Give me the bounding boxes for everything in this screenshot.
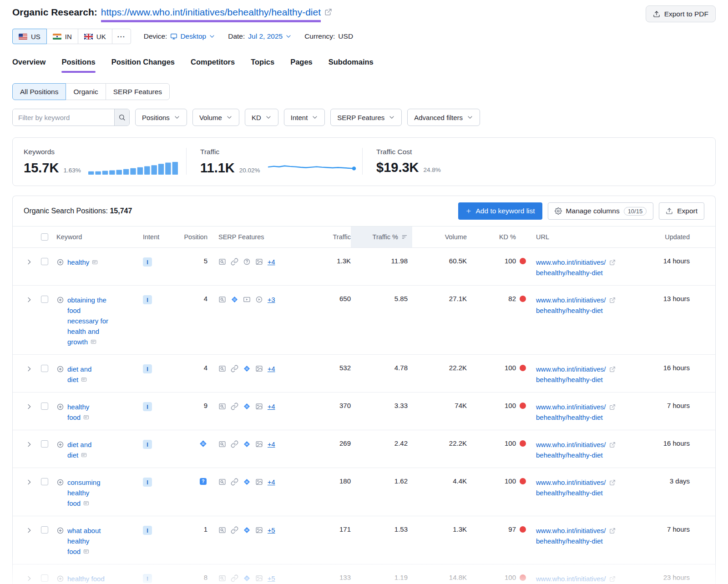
column-header-traffic-pct[interactable]: Traffic % xyxy=(351,227,412,247)
serp-features-more-link[interactable]: +3 xyxy=(268,296,275,303)
external-link-icon[interactable] xyxy=(609,576,616,582)
keyword-link[interactable]: what about healthy food xyxy=(67,527,101,555)
result-url-link-line2[interactable]: behealthy/healthy-diet xyxy=(536,537,603,545)
export-button[interactable]: Export xyxy=(659,202,704,220)
external-link-icon[interactable] xyxy=(609,479,616,486)
serp-snapshot-icon[interactable] xyxy=(81,377,87,383)
kd-dropdown[interactable]: KD xyxy=(245,109,278,126)
column-header-traffic[interactable]: Traffic xyxy=(289,227,351,247)
serp-features-more-link[interactable]: +4 xyxy=(268,365,275,373)
keyword-link[interactable]: diet and diet xyxy=(67,441,91,459)
row-checkbox[interactable] xyxy=(41,365,48,372)
serp-snapshot-icon[interactable] xyxy=(83,414,90,420)
keyword-link[interactable]: obtaining the food necessary for health … xyxy=(67,296,108,346)
tab-topics[interactable]: Topics xyxy=(251,58,274,73)
serp-snapshot-icon[interactable] xyxy=(90,339,97,345)
result-url-link[interactable]: www.who.int/initiatives/ xyxy=(536,296,606,304)
result-url-link[interactable]: www.who.int/initiatives/ xyxy=(536,478,606,486)
result-url-link[interactable]: www.who.int/initiatives/ xyxy=(536,403,606,411)
segment-organic[interactable]: Organic xyxy=(66,83,106,100)
serp-snapshot-icon[interactable] xyxy=(83,549,90,554)
advanced-filters-dropdown[interactable]: Advanced filters xyxy=(407,109,480,126)
keyword-link[interactable]: healthy food healthy xyxy=(67,575,105,584)
result-url-link-line2[interactable]: behealthy/healthy-diet xyxy=(536,376,603,383)
volume-dropdown[interactable]: Volume xyxy=(192,109,239,126)
serp-features-dropdown[interactable]: SERP Features xyxy=(330,109,402,126)
country-tab-uk[interactable]: UK xyxy=(78,29,112,44)
tab-overview[interactable]: Overview xyxy=(12,58,46,73)
serp-features-more-link[interactable]: +4 xyxy=(268,258,275,266)
result-url-link[interactable]: www.who.int/initiatives/ xyxy=(536,258,606,266)
tab-positions[interactable]: Positions xyxy=(61,58,95,73)
expand-row-chevron-icon[interactable] xyxy=(25,441,33,448)
export-to-pdf-button[interactable]: Export to PDF xyxy=(646,5,716,22)
expand-row-chevron-icon[interactable] xyxy=(25,403,33,410)
serp-features-more-link[interactable]: +5 xyxy=(268,527,275,534)
column-header-updated[interactable]: Updated xyxy=(633,227,715,247)
expand-row-chevron-icon[interactable] xyxy=(25,478,33,486)
device-selector[interactable]: Device: Desktop xyxy=(144,32,216,40)
result-url-link[interactable]: www.who.int/initiatives/ xyxy=(536,575,606,583)
add-keyword-icon[interactable] xyxy=(56,296,64,304)
row-checkbox[interactable] xyxy=(41,478,48,485)
external-link-icon[interactable] xyxy=(609,259,616,266)
result-url-link-line2[interactable]: behealthy/healthy-diet xyxy=(536,451,603,459)
expand-row-chevron-icon[interactable] xyxy=(25,527,33,534)
segment-serp-features[interactable]: SERP Features xyxy=(106,83,170,100)
result-url-link-line2[interactable]: behealthy/healthy-diet xyxy=(536,413,603,421)
keyword-search-button[interactable] xyxy=(114,109,129,126)
row-checkbox[interactable] xyxy=(41,403,48,410)
column-header-intent[interactable]: Intent xyxy=(143,227,169,247)
add-to-keyword-list-button[interactable]: Add to keyword list xyxy=(458,202,542,220)
row-checkbox[interactable] xyxy=(41,526,48,534)
serp-features-more-link[interactable]: +4 xyxy=(268,441,275,448)
result-url-link-line2[interactable]: behealthy/healthy-diet xyxy=(536,269,603,277)
add-keyword-icon[interactable] xyxy=(56,575,64,583)
date-selector[interactable]: Date: Jul 2, 2025 xyxy=(228,32,292,40)
add-keyword-icon[interactable] xyxy=(56,527,64,534)
result-url-link[interactable]: www.who.int/initiatives/ xyxy=(536,441,606,448)
external-link-icon[interactable] xyxy=(609,528,616,534)
row-checkbox[interactable] xyxy=(41,440,48,448)
keyword-link[interactable]: consuming healthy food xyxy=(67,478,101,507)
more-countries-button[interactable]: ··· xyxy=(112,29,131,44)
external-link-icon[interactable] xyxy=(609,404,616,410)
external-link-icon[interactable] xyxy=(324,8,332,16)
segment-all-positions[interactable]: All Positions xyxy=(12,83,66,100)
result-url-link[interactable]: www.who.int/initiatives/ xyxy=(536,365,606,373)
external-link-icon[interactable] xyxy=(609,366,616,373)
expand-row-chevron-icon[interactable] xyxy=(25,258,33,266)
expand-row-chevron-icon[interactable] xyxy=(25,575,33,582)
add-keyword-icon[interactable] xyxy=(56,478,64,486)
keyword-link[interactable]: healthy xyxy=(67,258,98,266)
tab-competitors[interactable]: Competitors xyxy=(191,58,235,73)
column-header-kd[interactable]: KD % xyxy=(467,227,526,247)
country-tab-us[interactable]: US xyxy=(12,29,47,44)
serp-features-more-link[interactable]: +5 xyxy=(268,575,275,582)
analyzed-url-link[interactable]: https://www.who.int/initiatives/behealth… xyxy=(101,5,321,22)
add-keyword-icon[interactable] xyxy=(56,403,64,411)
tab-position-changes[interactable]: Position Changes xyxy=(111,58,175,73)
result-url-link-line2[interactable]: behealthy/healthy-diet xyxy=(536,489,603,497)
keyword-link[interactable]: diet and diet xyxy=(67,365,91,383)
column-header-keyword[interactable]: Keyword xyxy=(56,227,143,247)
row-checkbox[interactable] xyxy=(41,574,48,582)
add-keyword-icon[interactable] xyxy=(56,365,64,373)
result-url-link[interactable]: www.who.int/initiatives/ xyxy=(536,527,606,534)
tab-pages[interactable]: Pages xyxy=(290,58,313,73)
keyword-link[interactable]: healthy food xyxy=(67,403,90,421)
manage-columns-button[interactable]: Manage columns 10/15 xyxy=(548,202,654,220)
row-checkbox[interactable] xyxy=(41,296,48,303)
column-header-url[interactable]: URL xyxy=(526,227,633,247)
result-url-link-line2[interactable]: behealthy/healthy-diet xyxy=(536,307,603,314)
row-checkbox[interactable] xyxy=(41,258,48,265)
add-keyword-icon[interactable] xyxy=(56,258,64,266)
serp-features-more-link[interactable]: +4 xyxy=(268,403,275,410)
add-keyword-icon[interactable] xyxy=(56,441,64,448)
column-header-position[interactable]: Position xyxy=(169,227,207,247)
serp-snapshot-icon[interactable] xyxy=(91,259,98,265)
select-all-checkbox[interactable] xyxy=(41,233,48,241)
serp-features-more-link[interactable]: +4 xyxy=(268,478,275,486)
serp-snapshot-icon[interactable] xyxy=(81,452,87,458)
column-header-volume[interactable]: Volume xyxy=(412,227,467,247)
